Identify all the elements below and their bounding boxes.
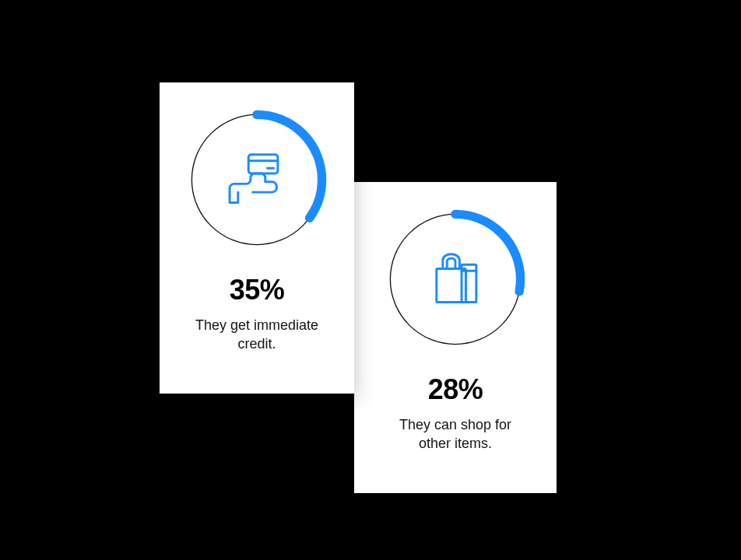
percent-value-shop: 28% <box>428 373 483 406</box>
caption-shop: They can shop for other items. <box>381 415 529 453</box>
shopping-bags-icon <box>420 244 490 314</box>
donut-chart-credit <box>183 106 331 254</box>
hand-card-icon <box>222 145 292 215</box>
caption-credit: They get immediate credit. <box>183 316 331 354</box>
stat-card-credit: 35% They get immediate credit. <box>160 82 354 394</box>
donut-chart-shop <box>381 205 529 353</box>
percent-value-credit: 35% <box>230 274 285 306</box>
svg-rect-2 <box>248 155 278 173</box>
stat-card-shop: 28% They can shop for other items. <box>354 182 557 493</box>
